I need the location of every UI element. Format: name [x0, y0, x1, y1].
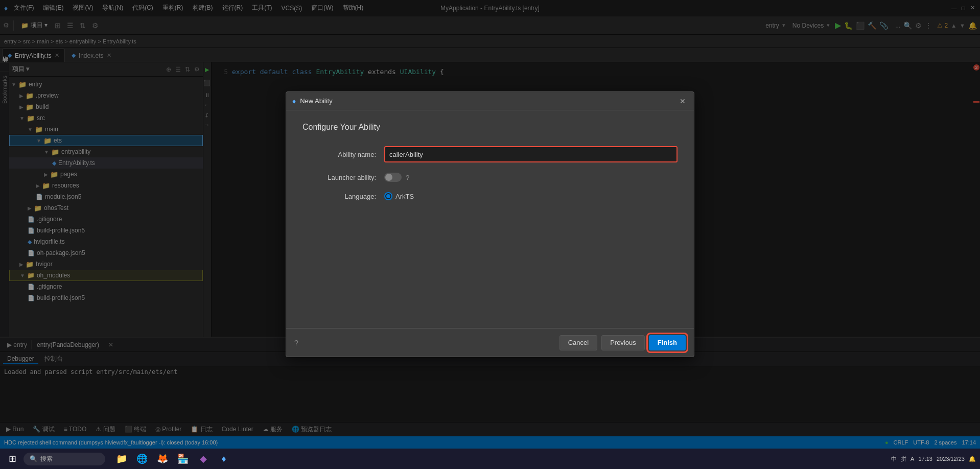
taskbar-store[interactable]: 🏪	[174, 450, 192, 468]
taskbar-explorer-icon: 📁	[116, 453, 127, 464]
ability-name-label: Ability name:	[302, 151, 384, 158]
radio-label-arkts: ArkTS	[395, 193, 414, 200]
modal-close-button[interactable]: ✕	[678, 96, 688, 106]
tray-layout[interactable]: 拼	[901, 455, 906, 463]
taskbar-ide[interactable]: ♦	[215, 450, 233, 468]
toggle-knob	[385, 174, 392, 181]
windows-logo-icon: ⊞	[9, 453, 16, 464]
launcher-ability-label: Launcher ability:	[302, 174, 384, 181]
cancel-button[interactable]: Cancel	[559, 335, 597, 350]
language-radio-arkts[interactable]: ArkTS	[384, 192, 414, 200]
ability-name-input-wrap	[384, 146, 678, 162]
modal-help-icon[interactable]: ?	[294, 339, 298, 347]
taskbar-browser1[interactable]: 🌐	[133, 450, 151, 468]
modal-title-bar: ♦ New Ability ✕	[286, 92, 694, 110]
taskbar-browser2[interactable]: 🦊	[153, 450, 172, 468]
tray-input-lang[interactable]: 中	[891, 455, 897, 463]
modal-icon: ♦	[292, 97, 296, 105]
tray-time: 17:13	[918, 456, 932, 462]
os-taskbar-apps: 📁 🌐 🦊 🏪 ◆ ♦	[112, 450, 233, 468]
previous-button[interactable]: Previous	[601, 335, 645, 350]
radio-dot-arkts	[384, 192, 392, 200]
modal-body: Configure Your Ability Ability name: Lau…	[286, 110, 694, 328]
language-field: Language: ArkTS	[302, 192, 678, 200]
os-search-icon: 🔍	[30, 455, 37, 462]
os-start-button[interactable]: ⊞	[4, 451, 20, 467]
ability-name-input[interactable]	[384, 146, 678, 162]
modal-title-text: New Ability	[300, 97, 678, 105]
taskbar-explorer[interactable]: 📁	[112, 450, 131, 468]
modal-heading: Configure Your Ability	[302, 123, 678, 132]
os-tray: 中 拼 A 17:13 2023/12/23 🔔	[891, 455, 976, 463]
ability-name-field: Ability name:	[302, 146, 678, 162]
taskbar-app1[interactable]: ◆	[194, 450, 213, 468]
launcher-ability-toggle[interactable]	[384, 173, 402, 182]
modal-overlay: ♦ New Ability ✕ Configure Your Ability A…	[0, 0, 980, 449]
launcher-ability-field: Launcher ability: ?	[302, 173, 678, 182]
os-search-label: 搜索	[40, 455, 53, 463]
launcher-ability-toggle-wrap: ?	[384, 173, 409, 182]
taskbar-browser1-icon: 🌐	[136, 453, 148, 464]
modal-footer: ? Cancel Previous Finish	[286, 328, 694, 357]
taskbar-store-icon: 🏪	[177, 453, 189, 464]
os-search-bar[interactable]: 🔍 搜索	[24, 453, 105, 465]
finish-button[interactable]: Finish	[649, 335, 686, 350]
taskbar-app1-icon: ◆	[200, 453, 207, 464]
new-ability-modal: ♦ New Ability ✕ Configure Your Ability A…	[286, 91, 694, 357]
tray-date: 2023/12/23	[937, 456, 965, 462]
taskbar-browser2-icon: 🦊	[157, 453, 168, 464]
launcher-help-icon[interactable]: ?	[406, 174, 409, 181]
tray-notifications[interactable]: 🔔	[969, 456, 976, 462]
language-label: Language:	[302, 193, 384, 200]
tray-keyboard[interactable]: A	[911, 456, 914, 462]
taskbar-ide-icon: ♦	[221, 454, 226, 464]
os-taskbar: ⊞ 🔍 搜索 📁 🌐 🦊 🏪 ◆ ♦ 中 拼 A 17:13 2023/12/2…	[0, 449, 980, 469]
